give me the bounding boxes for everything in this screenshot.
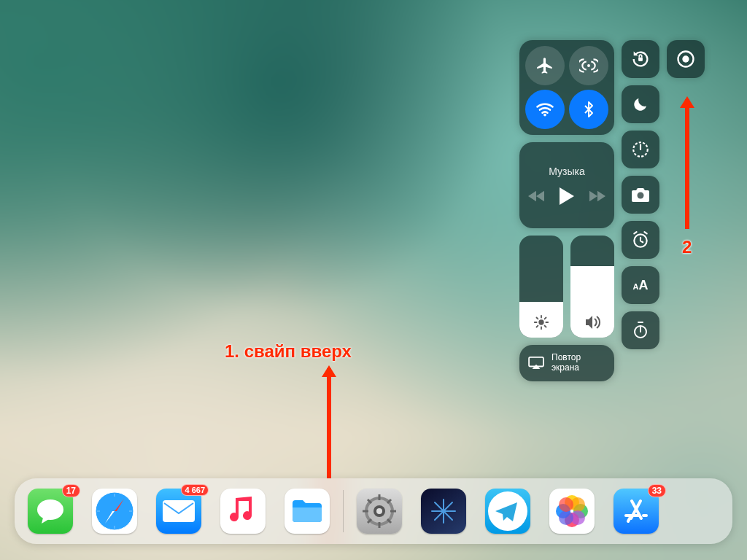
wifi-button[interactable] (525, 90, 565, 129)
telegram-icon (485, 489, 530, 534)
svg-line-8 (545, 326, 546, 327)
bluetooth-button[interactable] (569, 90, 608, 129)
timer-icon (631, 140, 650, 159)
svg-point-50 (559, 510, 573, 525)
badge: 33 (648, 484, 666, 497)
svg-line-9 (536, 326, 538, 327)
airplane-mode-button[interactable] (525, 46, 565, 85)
alarm-button[interactable] (622, 221, 659, 259)
rotation-lock-icon (630, 49, 651, 69)
app-appstore[interactable]: 33 (614, 489, 659, 534)
antenna-icon (579, 56, 598, 75)
screen-record-icon (676, 49, 696, 69)
dock-right: 33 (357, 489, 659, 534)
mail-icon (163, 500, 195, 522)
text-size-button[interactable]: AA (622, 266, 659, 304)
app-messages[interactable]: 17 (28, 489, 73, 534)
brightness-slider[interactable] (519, 236, 563, 338)
app-music[interactable] (220, 489, 266, 534)
rotation-lock-button[interactable] (622, 40, 659, 78)
stopwatch-icon (632, 321, 649, 340)
settings-icon (362, 494, 397, 529)
next-track-icon[interactable] (589, 190, 605, 202)
music-title: Музыка (549, 166, 585, 177)
svg-point-18 (682, 55, 689, 62)
brightness-icon (533, 314, 549, 330)
volume-icon (584, 314, 601, 330)
svg-line-56 (628, 518, 630, 521)
svg-point-14 (638, 192, 644, 199)
svg-rect-12 (638, 58, 643, 61)
control-center: Музыка Повтор экрана (519, 40, 705, 381)
svg-line-10 (545, 317, 546, 319)
annotation-step2: 2 (682, 237, 692, 257)
app-photos[interactable] (549, 489, 595, 534)
safari-icon (92, 489, 137, 534)
timer-button[interactable] (622, 131, 659, 168)
appstore-icon (622, 497, 651, 526)
files-icon (291, 499, 323, 524)
svg-point-51 (559, 497, 573, 512)
prev-track-icon[interactable] (528, 190, 544, 202)
photos-icon (554, 494, 589, 529)
messages-icon (36, 498, 65, 524)
app-files[interactable] (285, 489, 330, 534)
sliders-row (519, 236, 614, 338)
camera-button[interactable] (622, 176, 659, 214)
airplane-icon (535, 56, 554, 75)
dock: 17 4 667 (15, 478, 732, 544)
app-mail[interactable]: 4 667 (156, 489, 201, 534)
snowflake-icon (429, 497, 458, 526)
annotation-arrow-2 (685, 99, 689, 229)
play-icon[interactable] (559, 187, 575, 205)
svg-point-38 (376, 508, 382, 514)
camera-icon (631, 187, 650, 203)
wifi-icon (535, 99, 555, 120)
badge: 4 667 (181, 484, 209, 496)
svg-point-0 (587, 64, 590, 67)
app-shazam[interactable] (421, 489, 466, 534)
app-telegram[interactable] (485, 489, 530, 534)
stopwatch-button[interactable] (622, 311, 659, 349)
dock-left: 17 4 667 (28, 489, 330, 534)
screen-mirroring-button[interactable]: Повтор экрана (519, 345, 614, 381)
cellular-data-button[interactable] (569, 46, 608, 85)
svg-rect-26 (163, 500, 195, 522)
screen-mirroring-label: Повтор экрана (551, 353, 581, 373)
badge: 17 (62, 484, 80, 497)
app-safari[interactable] (92, 489, 137, 534)
volume-slider[interactable] (570, 236, 614, 338)
textsize-icon: AA (633, 278, 649, 293)
svg-point-2 (538, 319, 543, 324)
bluetooth-icon (580, 101, 597, 118)
svg-line-7 (536, 317, 538, 319)
app-settings[interactable] (357, 489, 402, 534)
music-icon (230, 497, 256, 526)
airplay-icon (528, 357, 544, 370)
music-controls (528, 187, 605, 205)
music-panel[interactable]: Музыка (519, 142, 614, 228)
svg-point-1 (543, 114, 546, 117)
do-not-disturb-button[interactable] (622, 85, 659, 123)
alarm-icon (631, 230, 650, 249)
svg-point-19 (37, 499, 63, 520)
moon-icon (632, 96, 649, 113)
screen-record-button[interactable] (667, 40, 705, 78)
connectivity-panel (519, 40, 614, 135)
dock-separator (343, 490, 344, 532)
